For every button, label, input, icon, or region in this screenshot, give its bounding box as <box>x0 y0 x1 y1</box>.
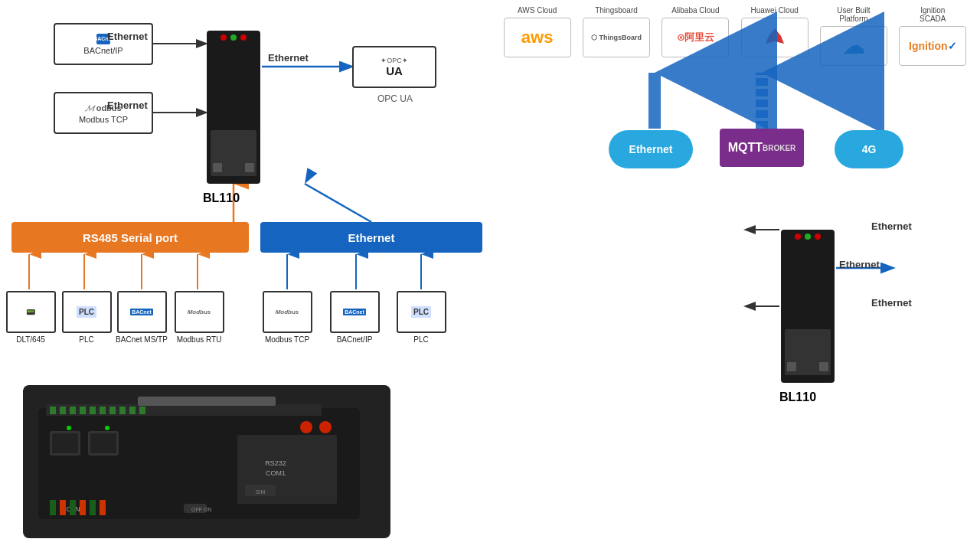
cloud-huawei: Huawei Cloud <box>740 6 809 57</box>
svg-rect-13 <box>46 404 322 416</box>
ignition-box: Ignition✓ <box>899 26 966 66</box>
bl110-right-device <box>781 230 835 383</box>
svg-rect-40 <box>60 500 66 515</box>
modbus-rtu-icon: Modbus <box>175 291 224 333</box>
svg-rect-17 <box>80 407 86 414</box>
bl110-right-label: BL110 <box>779 390 816 404</box>
right-connector-green <box>805 234 811 240</box>
plc1-icon: PLC <box>62 291 112 333</box>
svg-point-29 <box>105 426 109 430</box>
svg-point-31 <box>319 421 332 433</box>
ignition-logo: Ignition✓ <box>909 40 957 52</box>
mqtt-box: MQTT BROKER <box>720 129 804 167</box>
device-photo-area: RS232 COM1 SIM DC IN OFF ON <box>0 375 413 547</box>
huawei-label: Huawei Cloud <box>751 6 799 15</box>
modbus-tcp-label: Modbus TCP <box>260 335 314 344</box>
cloud-thingsboard: Thingsboard ⬡ ThingsBoard <box>582 6 651 57</box>
opcua-logo-top: ✦OPC✦ <box>381 57 408 64</box>
aws-box: aws <box>504 18 571 57</box>
svg-line-4 <box>305 184 371 222</box>
plc2-icon: PLC <box>397 291 446 333</box>
ignition-label: IgnitionSCADA <box>920 6 946 23</box>
alibaba-logo: ⊙阿里云 <box>677 31 714 44</box>
svg-text:SIM: SIM <box>256 489 266 495</box>
eth-label-modbus: Ethernet <box>107 100 148 111</box>
eth-label-right-opcua: Ethernet <box>839 259 880 270</box>
svg-rect-43 <box>90 500 96 515</box>
svg-rect-41 <box>70 500 76 515</box>
right-diagram: AWS Cloud aws Thingsboard ⬡ ThingsBoard … <box>490 0 980 367</box>
plc1-label: PLC <box>60 335 113 344</box>
svg-rect-16 <box>70 407 76 414</box>
bacnet-ms-label: BACnet MS/TP <box>115 335 168 344</box>
device-modbus-tcp: Modbus Modbus TCP <box>260 291 314 344</box>
bacnet-ip-label: BACnet/IP <box>328 335 381 344</box>
alibaba-label: Alibaba Cloud <box>671 6 719 15</box>
left-half: BACnet BACnet/IP Ethernet 𝓜 odbus Modbus… <box>0 0 490 552</box>
aws-label: AWS Cloud <box>518 6 557 15</box>
svg-rect-22 <box>129 407 136 414</box>
userbuilt-box: ☁ <box>820 26 887 66</box>
connector-green <box>230 34 237 41</box>
cloud-userbuilt: User BuiltPlatform ☁ <box>819 6 888 66</box>
thingsboard-box: ⬡ ThingsBoard <box>583 18 650 57</box>
userbuilt-icon: ☁ <box>843 34 864 59</box>
svg-rect-39 <box>50 500 56 515</box>
ethernet-bar: Ethernet <box>260 222 482 253</box>
right-connector-red1 <box>795 234 801 240</box>
svg-rect-42 <box>80 500 86 515</box>
eth-label-right-bacnet: Ethernet <box>871 220 912 232</box>
plc2-label: PLC <box>394 335 448 344</box>
device-modbus-rtu: Modbus Modbus RTU <box>172 291 226 344</box>
opcua-sub-label: OPC UA <box>377 93 413 104</box>
bacnet-ip-icon: BACnet <box>330 291 380 333</box>
svg-point-30 <box>300 421 312 433</box>
left-diagram: BACnet BACnet/IP Ethernet 𝓜 odbus Modbus… <box>0 0 490 367</box>
svg-rect-32 <box>138 397 276 406</box>
connector-red-2 <box>240 34 247 41</box>
rs485-label: RS485 Serial port <box>83 231 178 244</box>
huawei-svg <box>760 24 790 51</box>
device-dlt: 📟 DLT/645 <box>4 291 57 344</box>
svg-text:RS232: RS232 <box>265 459 286 467</box>
right-connector-red2 <box>815 234 821 240</box>
modbus-sub-label: Modbus TCP <box>79 115 128 124</box>
svg-rect-27 <box>90 433 116 453</box>
svg-text:COM1: COM1 <box>266 469 286 477</box>
svg-rect-19 <box>100 407 106 414</box>
cloud-services-row: AWS Cloud aws Thingsboard ⬡ ThingsBoard … <box>498 6 972 66</box>
svg-text:OFF ON: OFF ON <box>191 507 211 512</box>
ethernet-oval-label: Ethernet <box>629 143 673 155</box>
fourG-oval: 4G <box>835 130 903 168</box>
userbuilt-label: User BuiltPlatform <box>837 6 870 23</box>
aws-logo: aws <box>521 28 554 47</box>
thingsboard-logo: ⬡ ThingsBoard <box>591 34 642 41</box>
ethernet-oval: Ethernet <box>609 130 693 168</box>
dlt-icon: 📟 <box>6 291 56 333</box>
svg-rect-18 <box>90 407 96 414</box>
bl110-device <box>207 31 260 184</box>
cloud-aws: AWS Cloud aws <box>503 6 572 57</box>
device-plc2: PLC PLC <box>394 291 448 344</box>
svg-rect-23 <box>139 407 145 414</box>
thingsboard-label: Thingsboard <box>595 6 638 15</box>
bacnet-sub-label: BACnet/IP <box>83 46 122 55</box>
opcua-text: UA <box>386 64 403 77</box>
eth-label-opcua: Ethernet <box>268 52 309 64</box>
mqtt-sub: BROKER <box>763 144 795 152</box>
fourG-label: 4G <box>862 143 877 155</box>
device-photo: RS232 COM1 SIM DC IN OFF ON <box>23 385 390 538</box>
eth-label-bacnet: Ethernet <box>107 31 148 42</box>
device-plc1: PLC PLC <box>60 291 113 344</box>
svg-rect-21 <box>119 407 126 414</box>
cloud-ignition: IgnitionSCADA Ignition✓ <box>898 6 967 66</box>
modbus-box: 𝓜 odbus Modbus TCP <box>54 92 153 134</box>
device-bacnet-ip: BACnet BACnet/IP <box>328 291 381 344</box>
modbus-tcp-icon: Modbus <box>263 291 312 333</box>
eth-label-right-modbus: Ethernet <box>871 297 912 309</box>
svg-rect-15 <box>60 407 66 414</box>
mqtt-label: MQTT <box>728 141 763 155</box>
right-half: AWS Cloud aws Thingsboard ⬡ ThingsBoard … <box>490 0 980 552</box>
bacnet-ms-icon: BACnet <box>117 291 167 333</box>
svg-rect-25 <box>52 433 78 453</box>
